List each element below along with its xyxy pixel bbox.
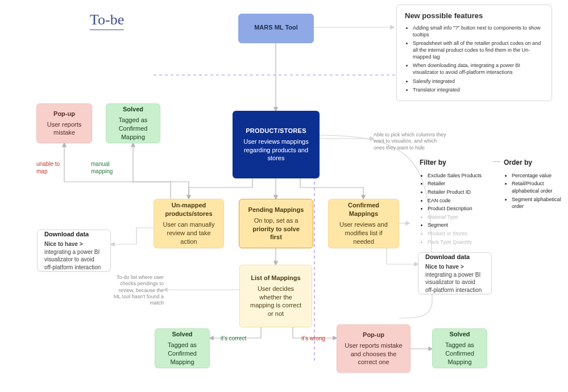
annot-todo: To-do list where user checks pendings to… bbox=[111, 274, 164, 306]
diagram-canvas: To-be bbox=[0, 0, 568, 392]
annot-columns: Able to pick which columns they want to … bbox=[374, 132, 447, 151]
node-mars: MARS ML Tool bbox=[238, 14, 314, 43]
features-title: New possible features bbox=[405, 11, 544, 21]
filter-item: Pack Type Quantity bbox=[428, 239, 491, 246]
filter-item: Product or Stores bbox=[428, 230, 491, 237]
filter-item: Segment bbox=[428, 222, 491, 229]
node-product-desc: User reviews mappings regarding products… bbox=[239, 137, 313, 163]
features-item: Translator integrated bbox=[413, 86, 544, 93]
filter-title: Filter by bbox=[420, 158, 491, 168]
edge-label-correct: it's correct bbox=[221, 335, 246, 341]
node-solved-top-left: Solved Tagged as Confirmed Mapping bbox=[106, 103, 160, 143]
features-item: When downloading data, integrating a pow… bbox=[413, 62, 544, 76]
order-list: Percentage valueRetail/Product alphabeti… bbox=[504, 172, 563, 210]
filter-item: Exclude Sales Products bbox=[428, 172, 491, 180]
filter-item: Retailer Product ID bbox=[428, 189, 491, 196]
node-mars-title: MARS ML Tool bbox=[254, 23, 298, 32]
node-confirmed-title: Confirmed Mappings bbox=[335, 201, 392, 218]
features-item: Spreadsheet with all of the retailer pro… bbox=[413, 40, 544, 60]
node-list-desc: User decides whether the mapping is corr… bbox=[247, 285, 305, 318]
edge-label-manual: manual mapping bbox=[91, 160, 123, 175]
node-unmapped-title: Un-mapped products/stores bbox=[161, 201, 217, 218]
node-popup-left-title: Pop-up bbox=[53, 110, 75, 118]
node-unmapped: Un-mapped products/stores User can manua… bbox=[154, 199, 224, 248]
node-confirmed-desc: User reviews and modifies list if needed bbox=[335, 220, 392, 246]
node-dl-l-desc: Nice to have > integrating a power BI vi… bbox=[44, 240, 103, 271]
features-item: Adding small info "?" button next to com… bbox=[413, 24, 544, 38]
node-solved-tl-desc: Tagged as Confirmed Mapping bbox=[113, 116, 153, 141]
node-list-title: List of Mappings bbox=[251, 274, 300, 282]
node-unmapped-desc: User can manually review and take action bbox=[161, 220, 217, 246]
filter-list: Exclude Sales ProductsRetailerRetailer P… bbox=[420, 172, 491, 245]
node-popup-r-desc: User reports mistake and chooses the cor… bbox=[344, 341, 403, 367]
edge-label-wrong: it's wrong bbox=[301, 335, 325, 341]
node-popup-right: Pop-up User reports mistake and chooses … bbox=[337, 324, 411, 373]
page-title: To-be bbox=[90, 11, 124, 30]
node-solved-tl-title: Solved bbox=[123, 105, 143, 114]
node-product-stores: PRODUCT/STORES User reviews mappings reg… bbox=[233, 111, 320, 178]
node-pending: Pending Mappings On top, set as a priori… bbox=[239, 199, 313, 248]
filter-order-separator bbox=[492, 161, 500, 162]
filter-item: Retailer bbox=[428, 180, 491, 187]
node-popup-left-desc: User reports mistake bbox=[44, 120, 85, 137]
node-solved-bottom-right: Solved Tagged as Confirmed Mapping bbox=[432, 328, 487, 368]
node-download-left: Download data Nice to have > integrating… bbox=[37, 230, 111, 272]
node-confirmed: Confirmed Mappings User reviews and modi… bbox=[328, 199, 399, 248]
filter-item: EAN code bbox=[428, 197, 491, 205]
filter-by: Filter by Exclude Sales ProductsRetailer… bbox=[420, 158, 491, 247]
node-solved-br-desc: Tagged as Confirmed Mapping bbox=[440, 341, 480, 366]
node-solved-bottom-left: Solved Tagged as Confirmed Mapping bbox=[155, 328, 210, 368]
order-item: Retail/Product alphabetical order bbox=[512, 180, 563, 194]
node-download-right: Download data Nice to have > integrating… bbox=[418, 252, 492, 294]
order-title: Order by bbox=[504, 158, 563, 168]
node-product-title: PRODUCT/STORES bbox=[246, 127, 306, 135]
node-dl-l-title: Download data bbox=[44, 230, 89, 239]
node-solved-bl-title: Solved bbox=[172, 330, 192, 339]
filter-item: Product Description bbox=[428, 205, 491, 212]
node-solved-br-title: Solved bbox=[449, 330, 470, 339]
filter-item: Material Type bbox=[428, 214, 491, 221]
node-solved-bl-desc: Tagged as Confirmed Mapping bbox=[162, 341, 202, 366]
node-pending-desc: On top, set as a priority to solve first bbox=[246, 216, 306, 242]
node-list-of-mappings: List of Mappings User decides whether th… bbox=[239, 265, 312, 327]
order-item: Percentage value bbox=[512, 172, 563, 180]
edge-label-unable: unable to map bbox=[36, 160, 68, 175]
node-popup-left: Pop-up User reports mistake bbox=[36, 103, 92, 143]
node-popup-r-title: Pop-up bbox=[363, 331, 384, 339]
node-dl-r-title: Download data bbox=[425, 253, 470, 261]
order-by: Order by Percentage valueRetail/Product … bbox=[504, 158, 563, 211]
features-panel: New possible features Adding small info … bbox=[396, 5, 552, 101]
features-item: Salesify integrated bbox=[413, 78, 544, 85]
node-dl-r-desc: Nice to have > integrating a power BI vi… bbox=[425, 263, 484, 294]
order-item: Segment alphabetical order bbox=[512, 196, 563, 210]
features-list: Adding small info "?" button next to com… bbox=[405, 24, 544, 93]
node-pending-title: Pending Mappings bbox=[248, 206, 304, 214]
